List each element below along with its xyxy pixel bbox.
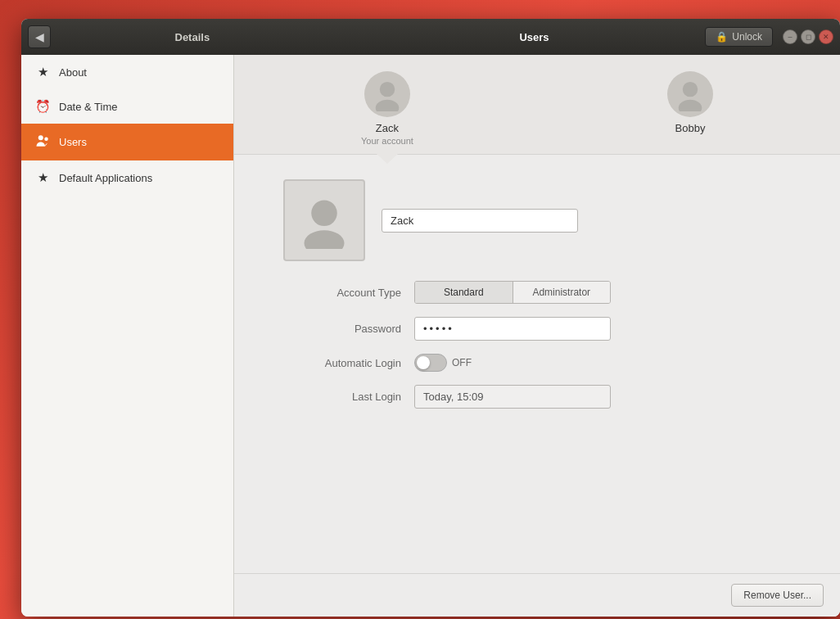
sidebar-item-default-apps-label: Default Applications (59, 172, 152, 184)
sidebar-item-about[interactable]: ★ About (21, 55, 233, 89)
svg-point-4 (683, 82, 698, 97)
password-label: Password (283, 323, 414, 335)
profile-section (283, 179, 791, 261)
minimize-button[interactable]: – (783, 29, 797, 44)
autologin-row: Automatic Login OFF (283, 354, 791, 372)
bottom-bar: Remove User... (234, 573, 840, 617)
account-type-standard[interactable]: Standard (415, 282, 513, 303)
main-window: ◀ Details Users 🔒 Unlock – ◻ ✕ (21, 19, 840, 617)
svg-point-6 (311, 201, 337, 227)
sidebar-item-about-label: About (59, 66, 87, 79)
sidebar-item-datetime[interactable]: ⏰ Date & Time (21, 89, 233, 124)
user-card-bobby[interactable]: Bobby (667, 71, 713, 154)
remove-user-button[interactable]: Remove User... (731, 584, 824, 607)
maximize-icon: ◻ (806, 33, 811, 41)
password-input[interactable] (414, 317, 611, 341)
sidebar-item-users-label: Users (59, 136, 87, 148)
account-type-label: Account Type (283, 287, 414, 299)
titlebar-left-title: Details (21, 31, 364, 43)
users-icon (34, 133, 51, 151)
last-login-label: Last Login (283, 391, 414, 403)
autologin-state: OFF (452, 357, 472, 368)
autologin-toggle-row: OFF (414, 354, 791, 372)
account-type-admin[interactable]: Administrator (513, 282, 611, 303)
sidebar-item-default-apps[interactable]: ★ Default Applications (21, 160, 233, 195)
svg-point-5 (679, 100, 702, 111)
titlebar-center-title: Users (364, 31, 706, 43)
bobby-sub (689, 136, 691, 146)
zack-name: Zack (376, 122, 399, 134)
sidebar-item-users[interactable]: Users (21, 124, 233, 160)
titlebar-actions: 🔒 Unlock – ◻ ✕ (705, 27, 833, 47)
last-login-control: Today, 15:09 (414, 385, 791, 409)
password-row: Password (283, 317, 791, 341)
close-button[interactable]: ✕ (819, 29, 833, 44)
account-type-group: Standard Administrator (414, 281, 611, 304)
content-area: ice Writer ★ About ⏰ Date & Time (21, 55, 840, 617)
titlebar: ◀ Details Users 🔒 Unlock – ◻ ✕ (21, 19, 840, 55)
svg-point-0 (38, 135, 43, 140)
unlock-button[interactable]: 🔒 Unlock (705, 27, 773, 47)
autologin-label: Automatic Login (283, 357, 414, 369)
maximize-button[interactable]: ◻ (801, 29, 815, 44)
user-details: Account Type Standard Administrator Pass… (234, 155, 840, 573)
unlock-label: Unlock (732, 31, 762, 43)
sidebar-item-datetime-label: Date & Time (59, 101, 118, 113)
minimize-icon: – (788, 33, 792, 41)
window-controls: – ◻ ✕ (783, 29, 833, 44)
autologin-control: OFF (414, 354, 791, 372)
bobby-name: Bobby (675, 122, 706, 134)
last-login-value: Today, 15:09 (414, 385, 611, 409)
svg-point-1 (44, 138, 48, 142)
datetime-icon: ⏰ (34, 99, 51, 114)
about-icon: ★ (34, 65, 51, 79)
bobby-avatar (667, 71, 713, 117)
users-header: Zack Your account Bobby (234, 55, 840, 155)
sidebar: ice Writer ★ About ⏰ Date & Time (21, 55, 234, 617)
last-login-row: Last Login Today, 15:09 (283, 385, 791, 409)
account-type-control: Standard Administrator (414, 281, 791, 304)
name-input[interactable] (382, 209, 578, 233)
default-apps-icon: ★ (34, 170, 51, 185)
svg-point-7 (305, 230, 345, 249)
account-type-row: Account Type Standard Administrator (283, 281, 791, 304)
lock-icon: 🔒 (716, 31, 728, 43)
zack-sub: Your account (361, 136, 413, 146)
zack-avatar (364, 71, 410, 117)
password-control (414, 317, 791, 341)
toggle-knob (417, 356, 430, 369)
svg-point-2 (380, 82, 395, 97)
user-card-zack[interactable]: Zack Your account (361, 71, 413, 154)
profile-picture[interactable] (283, 179, 365, 261)
autologin-toggle[interactable] (414, 354, 447, 372)
main-area: Zack Your account Bobby (234, 55, 840, 617)
svg-point-3 (376, 100, 400, 111)
close-icon: ✕ (823, 33, 829, 41)
